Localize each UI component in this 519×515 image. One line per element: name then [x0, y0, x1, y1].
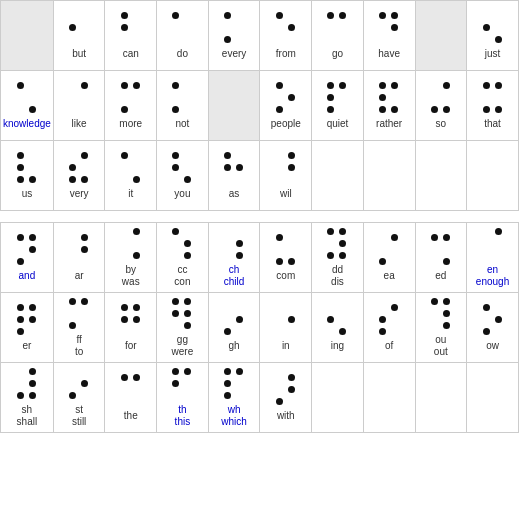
braille-cell: rather — [363, 71, 415, 141]
braille-cell: very — [53, 141, 105, 211]
braille-cell: ou out — [415, 293, 467, 363]
cell-label: quiet — [327, 118, 349, 130]
braille-cell: dd dis — [312, 223, 364, 293]
braille-cell — [208, 71, 260, 141]
cell-label: gh — [229, 340, 240, 352]
braille-cell: gh — [208, 293, 260, 363]
braille-cell: so — [415, 71, 467, 141]
braille-cell: you — [157, 141, 209, 211]
braille-cell — [467, 363, 519, 433]
cell-label: sh shall — [17, 404, 38, 428]
cell-label: like — [72, 118, 87, 130]
gap-cell — [260, 211, 312, 223]
braille-cell: ff to — [53, 293, 105, 363]
braille-cell: by was — [105, 223, 157, 293]
braille-cell: wil — [260, 141, 312, 211]
braille-cell: en enough — [467, 223, 519, 293]
cell-label: with — [277, 410, 295, 422]
braille-cell — [363, 141, 415, 211]
braille-cell: ar — [53, 223, 105, 293]
cell-label: it — [128, 188, 133, 200]
cell-label: more — [119, 118, 142, 130]
gap-cell — [208, 211, 260, 223]
cell-label: st still — [72, 404, 86, 428]
cell-label: as — [229, 188, 240, 200]
braille-cell: com — [260, 223, 312, 293]
cell-label: very — [70, 188, 89, 200]
gap-cell — [157, 211, 209, 223]
braille-cell — [415, 1, 467, 71]
braille-cell: but — [53, 1, 105, 71]
braille-cell: ch child — [208, 223, 260, 293]
cell-label: and — [19, 270, 36, 282]
cell-label: by was — [122, 264, 140, 288]
braille-cell: sh shall — [1, 363, 54, 433]
cell-label: en enough — [476, 264, 509, 288]
cell-label: ed — [435, 270, 446, 282]
braille-cell: ed — [415, 223, 467, 293]
gap-cell — [105, 211, 157, 223]
cell-label: ow — [486, 340, 499, 352]
cell-label: just — [485, 48, 501, 60]
braille-cell: ing — [312, 293, 364, 363]
cell-label: knowledge — [3, 118, 51, 130]
braille-cell: knowledge — [1, 71, 54, 141]
braille-cell: every — [208, 1, 260, 71]
braille-cell — [1, 1, 54, 71]
cell-label: of — [385, 340, 393, 352]
braille-cell: not — [157, 71, 209, 141]
cell-label: us — [22, 188, 33, 200]
cell-label: but — [72, 48, 86, 60]
braille-cell: go — [312, 1, 364, 71]
braille-cell: people — [260, 71, 312, 141]
braille-cell: more — [105, 71, 157, 141]
cell-label: wil — [280, 188, 292, 200]
cell-label: rather — [376, 118, 402, 130]
cell-label: for — [125, 340, 137, 352]
braille-cell — [312, 363, 364, 433]
cell-label: er — [22, 340, 31, 352]
braille-cell — [312, 141, 364, 211]
braille-cell: th this — [157, 363, 209, 433]
cell-label: not — [175, 118, 189, 130]
cell-label: ea — [384, 270, 395, 282]
cell-label: ou out — [434, 334, 448, 358]
braille-cell: have — [363, 1, 415, 71]
cell-label: can — [123, 48, 139, 60]
cell-label: so — [436, 118, 447, 130]
cell-label: in — [282, 340, 290, 352]
braille-cell: wh which — [208, 363, 260, 433]
cell-label: gg were — [172, 334, 194, 358]
braille-cell: er — [1, 293, 54, 363]
cell-label: com — [276, 270, 295, 282]
braille-cell: it — [105, 141, 157, 211]
gap-cell — [415, 211, 467, 223]
gap-cell — [312, 211, 364, 223]
cell-label: that — [484, 118, 501, 130]
braille-chart: butcandoeveryfromgohavejustknowledgelike… — [0, 0, 519, 433]
braille-cell: the — [105, 363, 157, 433]
gap-cell — [53, 211, 105, 223]
cell-label: have — [378, 48, 400, 60]
braille-cell: that — [467, 71, 519, 141]
braille-cell: st still — [53, 363, 105, 433]
braille-cell: us — [1, 141, 54, 211]
gap-cell — [467, 211, 519, 223]
braille-cell: with — [260, 363, 312, 433]
cell-label: every — [222, 48, 246, 60]
cell-label: from — [276, 48, 296, 60]
braille-cell: ea — [363, 223, 415, 293]
braille-cell: of — [363, 293, 415, 363]
braille-cell: cc con — [157, 223, 209, 293]
cell-label: wh which — [221, 404, 247, 428]
braille-cell — [415, 363, 467, 433]
cell-label: th this — [175, 404, 191, 428]
braille-cell — [415, 141, 467, 211]
braille-cell: from — [260, 1, 312, 71]
braille-cell: do — [157, 1, 209, 71]
braille-cell: gg were — [157, 293, 209, 363]
cell-label: ch child — [224, 264, 245, 288]
braille-cell — [363, 363, 415, 433]
braille-cell: just — [467, 1, 519, 71]
cell-label: ff to — [75, 334, 83, 358]
